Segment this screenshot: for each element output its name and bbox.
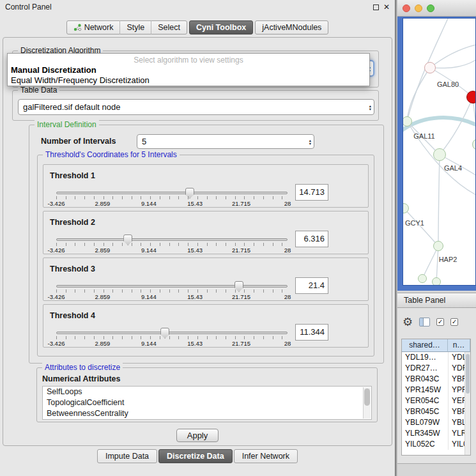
tick-label: -3.426: [48, 293, 65, 300]
slider-ticks: [56, 336, 288, 339]
popup-option-equal-width[interactable]: Equal Width/Frequency Discretization: [8, 75, 369, 86]
slider-tick-labels: -3.4262.8599.14415.4321.71528: [56, 340, 288, 347]
attribute-list-item[interactable]: TopologicalCoefficient: [43, 397, 371, 408]
threshold-slider[interactable]: -3.4262.8599.14415.4321.71528: [56, 188, 288, 207]
zoom-window-icon[interactable]: [427, 4, 434, 12]
table-cell: YBR043C: [402, 374, 448, 385]
tick-label: 15.43: [187, 247, 203, 254]
popup-placeholder-item[interactable]: Select algorithm to view settings: [8, 55, 369, 65]
network-selected-frame: GAL80GAL11GAL4GCY1HAP2: [397, 17, 476, 291]
table-row[interactable]: YDL19…YDL1: [402, 352, 470, 363]
network-node[interactable]: [433, 241, 443, 251]
columns-icon[interactable]: [419, 318, 430, 326]
float-panel-icon[interactable]: [373, 4, 379, 10]
thresholds-group-label: Threshold's Coordinates for 5 Intervals: [43, 150, 180, 159]
network-node[interactable]: [424, 62, 436, 73]
network-edge[interactable]: [422, 246, 438, 279]
threshold-panel: Threshold 2-3.4262.8599.14415.4321.71528…: [43, 211, 369, 254]
tab-network-label: Network: [84, 23, 114, 32]
table-data-select[interactable]: galFiltered.sif default node ▴▾: [18, 99, 374, 115]
tick-label: 21.715: [232, 247, 250, 254]
network-edge[interactable]: [407, 68, 430, 121]
slider-track[interactable]: [56, 332, 288, 334]
number-of-intervals-select[interactable]: 5 ▴▾: [137, 134, 314, 149]
tab-impute-data[interactable]: Impute Data: [97, 449, 157, 463]
slider-tick-labels: -3.4262.8599.14415.4321.71528: [56, 247, 288, 254]
table-scrollbar[interactable]: [464, 352, 470, 455]
table-body: YDL19…YDL1YDR27…YDR2YBR043CYBR0YPR145WYP…: [402, 352, 470, 450]
tick-label: 9.144: [141, 293, 157, 300]
table-row[interactable]: YIL052CYIL0: [402, 439, 470, 450]
table-row[interactable]: YBR043CYBR0: [402, 374, 470, 385]
threshold-slider[interactable]: -3.4262.8599.14415.4321.71528: [56, 234, 288, 254]
threshold-value-field[interactable]: 11.344: [295, 324, 328, 341]
tick-label: 21.715: [232, 200, 250, 207]
network-node[interactable]: [418, 274, 427, 283]
network-node[interactable]: [433, 148, 446, 161]
threshold-slider[interactable]: -3.4262.8599.14415.4321.71528: [56, 281, 288, 300]
tab-style[interactable]: Style: [119, 20, 151, 35]
numerical-attributes-listbox[interactable]: SelfLoopsTopologicalCoefficientBetweenne…: [42, 386, 372, 420]
attribute-list-item[interactable]: BetweennessCentrality: [43, 408, 371, 419]
table-row[interactable]: YBL079WYBL0: [402, 417, 470, 428]
table-header-cell[interactable]: shared…: [402, 339, 448, 352]
network-edge[interactable]: [438, 155, 440, 246]
tab-select[interactable]: Select: [151, 20, 187, 35]
table-cell: YDL19…: [402, 352, 448, 363]
table-row[interactable]: YLR345WYLR3: [402, 428, 470, 439]
tick-label: 15.43: [187, 340, 203, 347]
control-panel-titlebar: Control Panel ✕: [0, 0, 395, 14]
close-window-icon[interactable]: [403, 4, 410, 12]
close-panel-icon[interactable]: ✕: [383, 3, 390, 11]
attribute-list-item[interactable]: SelfLoops: [43, 387, 371, 397]
table-row[interactable]: YER054CYER0: [402, 395, 470, 406]
apply-button[interactable]: Apply: [176, 429, 219, 442]
tick-label: 15.43: [187, 200, 203, 207]
table-row[interactable]: YDR27…YDR2: [402, 363, 470, 374]
threshold-value-field[interactable]: 6.316: [295, 231, 328, 247]
table-header-cell[interactable]: n…: [448, 339, 470, 352]
tick-label: 21.715: [232, 293, 250, 300]
network-edge[interactable]: [473, 97, 476, 144]
tab-discretize-data[interactable]: Discretize Data: [158, 449, 233, 463]
network-edge[interactable]: [403, 118, 476, 132]
minimize-window-icon[interactable]: [415, 4, 422, 12]
network-edge[interactable]: [440, 97, 473, 155]
slider-track[interactable]: [56, 285, 288, 288]
tab-infer-network[interactable]: Infer Network: [234, 449, 298, 463]
thresholds-container: Threshold 1-3.4262.8599.14415.4321.71528…: [43, 164, 369, 348]
table-row[interactable]: YPR145WYPR1: [402, 385, 470, 395]
tab-cyni-toolbox[interactable]: Cyni Toolbox: [189, 20, 253, 35]
popup-option-manual-discretization[interactable]: Manual Discretization: [8, 65, 369, 75]
network-node-label: GCY1: [405, 219, 424, 227]
tick-label: -3.426: [48, 247, 65, 254]
threshold-slider[interactable]: -3.4262.8599.14415.4321.71528: [56, 328, 288, 347]
table-scrollbar-thumb[interactable]: [466, 354, 470, 394]
table-panel: ⚙ ✓ ✓ shared…n… YDL19…YDL1YDR27…YDR2YBR0…: [397, 308, 476, 464]
network-canvas[interactable]: GAL80GAL11GAL4GCY1HAP2: [403, 18, 476, 286]
network-edge[interactable]: [430, 44, 476, 68]
network-edge[interactable]: [436, 246, 438, 282]
threshold-value-field[interactable]: 14.713: [295, 184, 328, 201]
select-all-checkbox-icon[interactable]: ✓: [436, 318, 444, 326]
table-row[interactable]: YBR045CYBR0: [402, 406, 470, 417]
list-scrollbar-thumb[interactable]: [364, 388, 370, 406]
slider-track[interactable]: [56, 238, 288, 241]
bottom-tab-bar: Impute Data Discretize Data Infer Networ…: [0, 449, 395, 463]
network-node[interactable]: [432, 277, 441, 286]
tab-network[interactable]: Network: [67, 20, 120, 35]
network-node-label: GAL80: [437, 81, 459, 88]
list-scrollbar[interactable]: [363, 387, 371, 418]
select-none-checkbox-icon[interactable]: ✓: [450, 318, 458, 326]
threshold-value-field[interactable]: 21.4: [295, 277, 328, 294]
slider-track[interactable]: [56, 192, 288, 194]
tick-label: 9.144: [141, 340, 157, 347]
tab-jactivemnodules[interactable]: jActiveMNodules: [255, 20, 328, 35]
tick-label: 2.859: [95, 200, 111, 207]
combo-stepper-icon: ▴▾: [309, 138, 311, 145]
network-edge[interactable]: [404, 208, 438, 246]
tick-label: 21.715: [232, 340, 250, 347]
gear-icon[interactable]: ⚙: [403, 316, 413, 328]
number-of-intervals-value: 5: [142, 137, 146, 146]
network-node-selected[interactable]: [466, 91, 476, 104]
